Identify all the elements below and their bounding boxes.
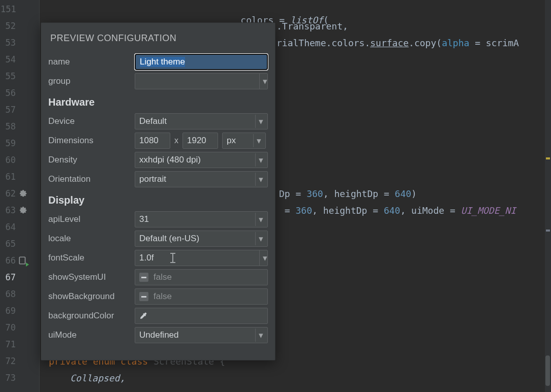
density-combo[interactable]: xxhdpi (480 dpi) ▾ xyxy=(135,152,268,168)
code-line: = 360, heightDp = 640, uiMode = UI_MODE_… xyxy=(279,205,516,216)
chevron-down-icon: ▾ xyxy=(255,173,266,186)
line-number: 67 xyxy=(1,272,16,282)
line-number: 56 xyxy=(1,88,16,98)
chevron-down-icon: ▾ xyxy=(259,250,270,266)
line-number: 151 xyxy=(1,4,16,14)
run-preview-icon[interactable] xyxy=(18,256,27,265)
indeterminate-checkbox-icon xyxy=(139,292,148,301)
editor-gutter: 1515253545556575859606162636465666768697… xyxy=(0,0,40,392)
chevron-down-icon: ▾ xyxy=(255,115,266,128)
line-number: 58 xyxy=(1,121,16,132)
showsystemui-value: false xyxy=(154,272,172,282)
dimensions-label: Dimensions xyxy=(48,136,130,146)
fontscale-input[interactable] xyxy=(135,250,259,266)
code-line: .Transparent, xyxy=(277,21,348,31)
fontscale-label: fontScale xyxy=(48,253,130,263)
locale-combo[interactable]: Default (en-US) ▾ xyxy=(135,231,268,247)
fontscale-combo[interactable]: ▾ xyxy=(135,250,268,266)
dim-separator: x xyxy=(174,136,178,145)
showbackground-label: showBackground xyxy=(48,291,130,302)
apilevel-value: 31 xyxy=(139,214,149,224)
chevron-down-icon: ▾ xyxy=(259,74,270,89)
line-number: 55 xyxy=(1,71,16,81)
code-line: rialTheme.colors.surface.copy(alpha = sc… xyxy=(277,38,519,48)
chevron-down-icon: ▾ xyxy=(255,213,266,226)
line-number: 65 xyxy=(1,239,16,249)
group-input[interactable] xyxy=(135,74,259,89)
locale-label: locale xyxy=(48,234,130,244)
code-line: Collapsed, xyxy=(70,373,125,383)
density-label: Density xyxy=(48,155,130,165)
line-number: 54 xyxy=(1,54,16,64)
orientation-combo[interactable]: portrait ▾ xyxy=(135,171,268,187)
locale-value: Default (en-US) xyxy=(139,234,199,244)
line-number: 63 xyxy=(1,205,16,215)
line-number: 73 xyxy=(1,373,16,383)
eyedropper-icon xyxy=(139,312,147,320)
line-number: 66 xyxy=(1,255,16,266)
chevron-down-icon: ▾ xyxy=(255,153,266,167)
showsystemui-label: showSystemUI xyxy=(48,272,130,282)
orientation-label: Orientation xyxy=(48,174,130,184)
dim-width-input[interactable] xyxy=(135,133,170,149)
apilevel-label: apiLevel xyxy=(48,214,130,224)
showbackground-value: false xyxy=(154,291,172,302)
chevron-down-icon: ▾ xyxy=(255,232,266,245)
line-number: 61 xyxy=(1,172,16,182)
line-number: 53 xyxy=(1,38,16,48)
name-label: name xyxy=(48,57,130,67)
device-value: Default xyxy=(139,116,167,126)
orientation-value: portrait xyxy=(139,174,166,184)
dim-unit-combo[interactable]: px ▾ xyxy=(222,133,266,149)
line-number: 72 xyxy=(1,356,16,366)
name-input[interactable] xyxy=(135,54,268,70)
panel-title: PREVIEW CONFIGURATION xyxy=(50,33,268,44)
showbackground-checkbox[interactable]: false xyxy=(135,288,268,305)
line-number: 71 xyxy=(1,339,16,349)
line-number: 68 xyxy=(1,289,16,299)
line-number: 59 xyxy=(1,138,16,148)
density-value: xxhdpi (480 dpi) xyxy=(139,155,201,165)
dim-unit-value: px xyxy=(227,136,236,146)
apilevel-combo[interactable]: 31 ▾ xyxy=(135,211,268,227)
showsystemui-checkbox[interactable]: false xyxy=(135,269,268,285)
preview-configuration-panel: PREVIEW CONFIGURATION name group ▾ Hardw… xyxy=(41,22,276,361)
gear-icon[interactable] xyxy=(18,189,27,198)
uimode-label: uiMode xyxy=(48,330,130,340)
line-number: 57 xyxy=(1,105,16,115)
chevron-down-icon: ▾ xyxy=(255,329,266,342)
line-number: 52 xyxy=(1,21,16,31)
device-label: Device xyxy=(48,116,130,126)
group-label: group xyxy=(48,76,130,86)
line-number: 64 xyxy=(1,222,16,232)
indeterminate-checkbox-icon xyxy=(139,273,148,282)
uimode-value: Undefined xyxy=(139,330,179,340)
line-number: 69 xyxy=(1,306,16,316)
line-number: 60 xyxy=(1,155,16,165)
backgroundcolor-field[interactable] xyxy=(135,308,268,324)
hardware-section-head: Hardware xyxy=(48,96,268,108)
group-combo[interactable]: ▾ xyxy=(135,73,268,89)
svg-rect-0 xyxy=(19,257,25,264)
uimode-combo[interactable]: Undefined ▾ xyxy=(135,327,268,343)
chevron-down-icon: ▾ xyxy=(253,134,264,147)
display-section-head: Display xyxy=(48,194,268,206)
device-combo[interactable]: Default ▾ xyxy=(135,113,268,129)
line-number: 70 xyxy=(1,322,16,333)
code-line: Dp = 360, heightDp = 640) xyxy=(279,188,417,199)
gear-icon[interactable] xyxy=(18,206,27,215)
dim-height-input[interactable] xyxy=(182,133,218,149)
backgroundcolor-label: backgroundColor xyxy=(48,311,130,321)
line-number: 62 xyxy=(1,188,16,199)
